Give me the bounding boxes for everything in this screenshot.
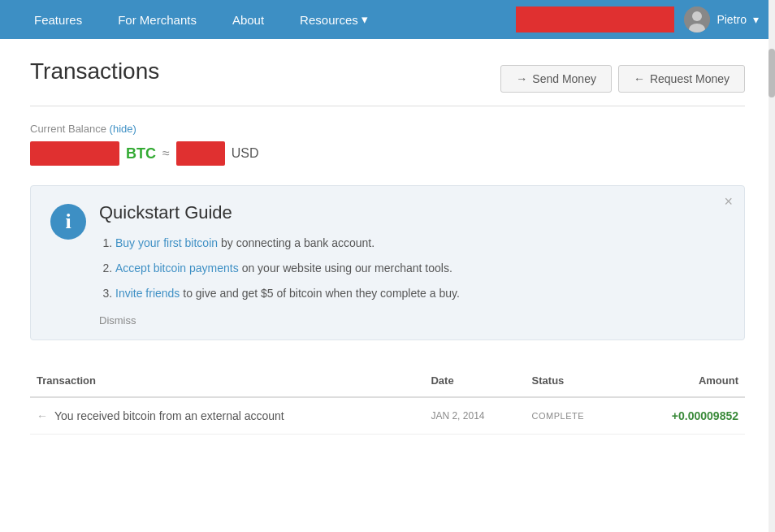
nav-links: Features For Merchants About Resources ▾ [16,0,516,39]
table-header: Transaction Date Status Amount [30,365,745,397]
col-status: Status [526,365,625,397]
action-buttons: → Send Money ← Request Money [500,65,745,93]
balance-values: BTC ≈ USD [30,141,745,166]
page-wrapper: Features For Merchants About Resources ▾… [0,0,775,532]
header-divider [30,106,745,106]
nav-features[interactable]: Features [16,0,100,39]
page-title: Transactions [30,58,159,84]
quickstart-close-button[interactable]: × [724,194,733,209]
nav-resources[interactable]: Resources ▾ [282,0,386,39]
balance-btc-amount [30,141,119,166]
nav-cta-button[interactable] [516,6,674,32]
col-amount: Amount [624,365,745,397]
nav-for-merchants[interactable]: For Merchants [100,0,214,39]
send-arrow-icon: → [516,72,527,85]
send-money-button[interactable]: → Send Money [500,65,612,93]
nav-user-menu[interactable]: Pietro ▾ [684,6,759,32]
transactions-section: Transaction Date Status Amount ← You rec… [30,365,745,435]
nav-user-chevron-icon: ▾ [753,13,759,26]
quickstart-title: Quickstart Guide [99,202,725,223]
accept-payments-link[interactable]: Accept bitcoin payments [115,262,239,275]
tx-date: JAN 2, 2014 [424,397,525,435]
col-transaction: Transaction [30,365,424,397]
col-date: Date [424,365,525,397]
invite-friends-link[interactable]: Invite friends [115,287,180,300]
chevron-down-icon: ▾ [362,12,368,27]
svg-point-1 [692,11,702,21]
table-row: ← You received bitcoin from an external … [30,397,745,435]
page-header: Transactions → Send Money ← Request Mone… [30,58,745,93]
scrollbar-thumb[interactable] [769,49,775,97]
navbar: Features For Merchants About Resources ▾… [0,0,775,39]
quickstart-content: Quickstart Guide Buy your first bitcoin … [99,202,725,327]
list-item: Accept bitcoin payments on your website … [115,260,725,277]
tx-status: COMPLETE [526,397,625,435]
quickstart-list: Buy your first bitcoin by connecting a b… [99,235,725,302]
tx-description: ← You received bitcoin from an external … [30,397,424,435]
transactions-table: Transaction Date Status Amount ← You rec… [30,365,745,435]
request-money-button[interactable]: ← Request Money [618,65,745,93]
list-item: Buy your first bitcoin by connecting a b… [115,235,725,252]
avatar [684,6,710,32]
scrollbar-track [769,0,775,532]
table-body: ← You received bitcoin from an external … [30,397,745,435]
balance-section: Current Balance (hide) BTC ≈ USD [30,123,745,166]
info-circle-icon: i [50,204,86,240]
tx-arrow-icon: ← [37,409,48,422]
nav-username: Pietro [717,13,747,26]
balance-usd-amount [176,141,225,166]
balance-usd-label: USD [232,146,259,161]
tx-amount: +0.00009852 [624,397,745,435]
balance-approx: ≈ [162,146,170,161]
buy-bitcoin-link[interactable]: Buy your first bitcoin [115,236,218,249]
balance-btc-label: BTC [126,145,156,162]
nav-about[interactable]: About [214,0,282,39]
dismiss-link[interactable]: Dismiss [99,314,136,327]
svg-text:i: i [65,210,71,233]
balance-hide-link[interactable]: (hide) [110,123,136,135]
main-content: Transactions → Send Money ← Request Mone… [14,39,761,435]
balance-label: Current Balance (hide) [30,123,745,135]
list-item: Invite friends to give and get $5 of bit… [115,285,725,302]
quickstart-box: × i Quickstart Guide Buy your first bitc… [30,185,745,340]
request-arrow-icon: ← [634,72,645,85]
